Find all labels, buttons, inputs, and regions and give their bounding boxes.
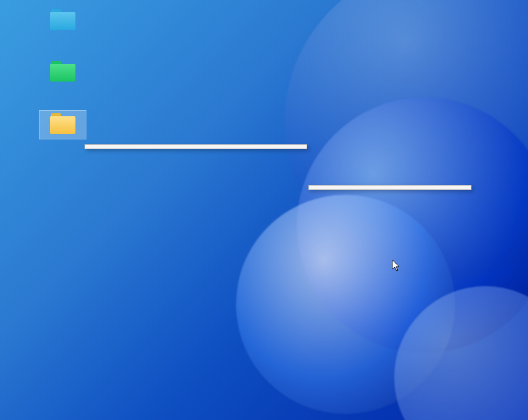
folder-icon [50, 9, 75, 30]
desktop-folder[interactable] [40, 111, 86, 139]
folder-icon [50, 113, 75, 134]
desktop-folder[interactable] [40, 9, 86, 32]
context-menu [85, 144, 307, 149]
desktop-folder[interactable] [40, 61, 86, 84]
folder-icon [50, 61, 75, 82]
color-submenu [308, 185, 471, 190]
